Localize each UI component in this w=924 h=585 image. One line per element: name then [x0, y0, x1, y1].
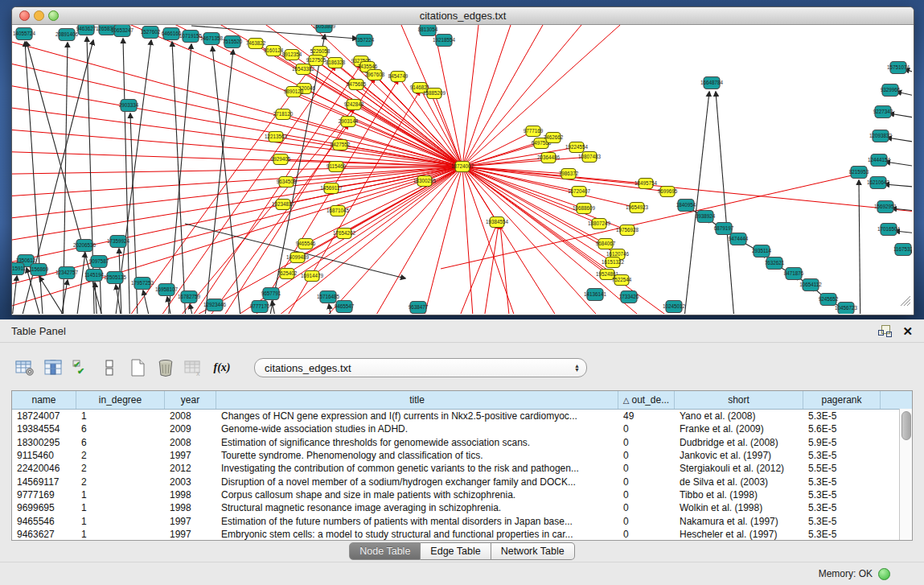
graph-edge[interactable] [12, 167, 462, 271]
table-row[interactable]: 2242004622012Investigating the contribut… [12, 462, 912, 475]
column-header-in_degree[interactable]: in_degree [76, 391, 165, 409]
vertical-scrollbar[interactable] [899, 409, 912, 540]
graph-edge[interactable] [190, 304, 198, 314]
graph-edge[interactable] [462, 167, 474, 314]
row-height-icon[interactable] [99, 357, 120, 378]
table-cell[interactable]: 5.9E-5 [803, 437, 881, 448]
tab-edge-table[interactable]: Edge Table [421, 542, 491, 560]
table-cell[interactable]: 5.3E-5 [803, 529, 881, 540]
table-cell[interactable]: 6 [76, 423, 165, 435]
table-cell[interactable]: 6 [76, 437, 165, 448]
table-cell[interactable]: 5.3E-5 [803, 476, 881, 488]
graph-edge[interactable] [462, 167, 607, 274]
graph-edge[interactable] [143, 290, 154, 314]
table-cell[interactable]: Estimation of significance thresholds fo… [216, 437, 618, 448]
table-row[interactable]: 1456911722003Disruption of a novel membe… [12, 475, 912, 488]
table-cell[interactable]: Estimation of the future numbers of pati… [216, 516, 618, 527]
table-cell[interactable]: 5.3E-5 [803, 502, 881, 513]
table-cell[interactable]: 1 [76, 489, 165, 501]
graph-edge[interactable] [462, 25, 523, 167]
table-cell[interactable]: 9777169 [12, 489, 76, 501]
table-cell[interactable]: Disruption of a novel member of a sodium… [216, 476, 618, 488]
table-cell[interactable]: 2 [76, 463, 165, 474]
table-row[interactable]: 977716911998Corpus callosum shape and si… [12, 488, 912, 501]
table-cell[interactable]: Genome-wide association studies in ADHD. [216, 423, 618, 435]
table-cell[interactable]: Tourette syndrome. Phenomenology and cla… [216, 450, 618, 461]
table-cell[interactable]: Franke et al. (2009) [675, 423, 803, 435]
table-cell[interactable]: 1998 [165, 502, 216, 513]
graph-edge[interactable] [348, 122, 462, 167]
table-cell[interactable]: 1998 [165, 489, 216, 501]
table-cell[interactable]: 18300295 [12, 437, 76, 448]
graph-edge[interactable] [57, 280, 68, 314]
table-cell[interactable]: 2 [76, 476, 165, 488]
tab-node-table[interactable]: Node Table [349, 542, 421, 560]
resize-grip[interactable] [904, 299, 910, 306]
delete-column-icon[interactable]: x [183, 357, 204, 378]
graph-edge[interactable] [462, 157, 589, 167]
column-chooser-icon[interactable] [43, 357, 64, 378]
graph-edge[interactable] [897, 92, 912, 100]
create-table-icon[interactable] [127, 357, 148, 378]
table-cell[interactable]: 0 [618, 516, 675, 527]
table-cell[interactable]: Corpus callosum shape and size in male p… [216, 489, 618, 501]
table-cell[interactable]: 14569117 [12, 476, 76, 488]
table-cell[interactable]: 2008 [165, 410, 216, 422]
network-window-titlebar[interactable]: citations_edges.txt [12, 7, 914, 25]
scrollbar-thumb[interactable] [901, 411, 911, 440]
table-cell[interactable]: 5.3E-5 [803, 516, 881, 527]
tab-network-table[interactable]: Network Table [491, 542, 575, 560]
graph-edge[interactable] [450, 224, 497, 314]
table-cell[interactable]: 1 [76, 502, 165, 513]
delete-table-icon[interactable] [155, 357, 176, 378]
table-cell[interactable]: 2008 [165, 437, 216, 448]
graph-edge[interactable] [12, 167, 462, 199]
graph-edge[interactable] [12, 276, 17, 314]
network-graph[interactable]: 1872400774638229160124891235452260589127… [12, 25, 912, 314]
table-cell[interactable]: 2003 [165, 476, 216, 488]
table-cell[interactable]: 0 [618, 437, 675, 448]
table-cell[interactable]: Changes of HCN gene expression and I(f) … [216, 410, 618, 422]
table-cell[interactable]: 5.3E-5 [803, 489, 881, 501]
table-row[interactable]: 1938455462009Genome-wide association stu… [12, 422, 912, 435]
table-cell[interactable]: 1 [76, 410, 165, 422]
table-cell[interactable]: 5.5E-5 [803, 463, 881, 474]
graph-edge[interactable] [212, 47, 243, 314]
table-cell[interactable]: 49 [618, 410, 675, 422]
graph-edge[interactable] [193, 125, 348, 314]
graph-edge[interactable] [462, 25, 483, 167]
graph-edge[interactable] [418, 167, 462, 314]
table-cell[interactable]: 0 [618, 423, 675, 435]
graph-edge[interactable] [887, 138, 912, 145]
table-cell[interactable]: 5.6E-5 [803, 423, 881, 435]
graph-edge[interactable] [462, 25, 659, 167]
column-header-short[interactable]: short [675, 391, 803, 409]
graph-edge[interactable] [885, 162, 912, 169]
table-cell[interactable]: 0 [618, 463, 675, 474]
graph-edge[interactable] [500, 225, 511, 314]
table-cell[interactable]: 9463627 [12, 529, 76, 540]
table-cell[interactable]: 18724007 [12, 410, 76, 422]
table-cell[interactable]: 1997 [165, 450, 216, 461]
table-row[interactable]: 969969511998Structural magnetic resonanc… [12, 501, 912, 514]
table-cell[interactable]: Investigating the contribution of common… [216, 463, 618, 474]
table-cell[interactable]: 0 [618, 489, 675, 501]
table-cell[interactable]: de Silva et al. (2003) [675, 476, 803, 488]
table-cell[interactable]: 2 [76, 450, 165, 461]
table-cell[interactable]: Stergiakouli et al. (2012) [675, 463, 803, 474]
graph-edge[interactable] [462, 167, 646, 183]
table-cell[interactable]: Tibbo et al. (1998) [675, 489, 803, 501]
table-cell[interactable]: 19384554 [12, 423, 76, 435]
table-cell[interactable]: Embryonic stem cells: a model to study s… [216, 529, 618, 540]
table-row[interactable]: 911546021997Tourette syndrome. Phenomeno… [12, 449, 912, 462]
column-header-name[interactable]: name [12, 391, 76, 409]
close-panel-icon[interactable]: ✕ [902, 325, 913, 337]
table-cell[interactable]: Yano et al. (2008) [675, 410, 803, 422]
graph-edge[interactable] [462, 167, 613, 262]
table-cell[interactable]: 0 [618, 450, 675, 461]
table-cell[interactable]: Structural magnetic resonance image aver… [216, 502, 618, 513]
table-cell[interactable]: 1997 [165, 529, 216, 540]
table-cell[interactable]: 9465546 [12, 516, 76, 527]
network-canvas[interactable]: 1872400774638229160124891235452260589127… [12, 25, 914, 315]
graph-edge[interactable] [172, 42, 187, 314]
